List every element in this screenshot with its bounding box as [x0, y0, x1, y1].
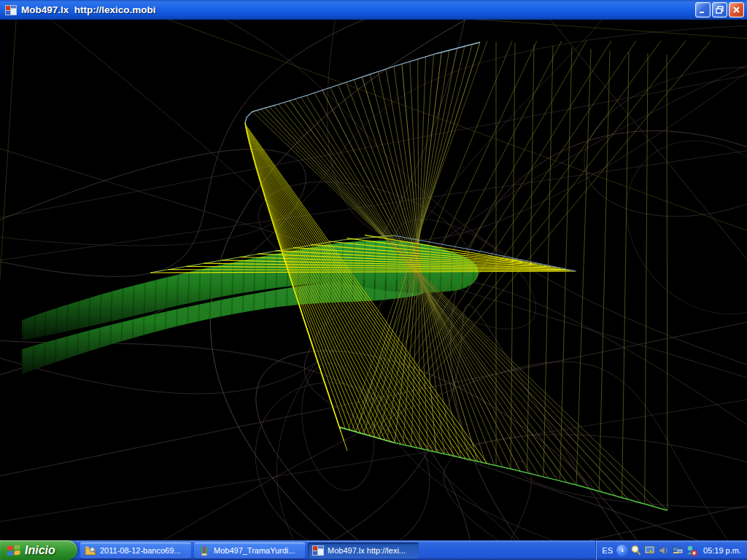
- system-tray: ES ‹: [595, 540, 747, 560]
- app-window-icon: [312, 545, 324, 556]
- close-button[interactable]: [729, 2, 744, 18]
- restore-icon: [716, 6, 724, 14]
- network-computers-icon[interactable]: [672, 545, 684, 556]
- status-error-icon[interactable]: [686, 545, 697, 556]
- window-titlebar: Mob497.lx http://lexico.mobi: [0, 0, 747, 20]
- taskbar-item-label: 2011-08-12-banco69...: [100, 546, 181, 555]
- minimize-icon: [699, 6, 707, 14]
- start-label: Inicio: [25, 544, 55, 557]
- desktop-screen: Mob497.lx http://lexico.mobi: [0, 0, 747, 560]
- restore-button[interactable]: [712, 2, 727, 18]
- language-indicator[interactable]: ES: [602, 546, 613, 555]
- taskbar-item-banco[interactable]: 2011-08-12-banco69...: [80, 542, 191, 559]
- pencil-cup-icon: [198, 545, 210, 556]
- close-icon: [732, 6, 740, 14]
- taskbar-item-trama[interactable]: Mob497_TramaYurdi...: [194, 542, 305, 559]
- taskbar: Inicio 2011-08-12-banco69... Mob497_Tram…: [0, 540, 747, 560]
- speaker-icon[interactable]: [658, 545, 670, 556]
- generative-art: [0, 20, 747, 540]
- folder-search-icon: [85, 545, 96, 556]
- taskbar-item-mob497[interactable]: Mob497.lx http://lexi...: [308, 542, 419, 559]
- app-window-icon: [5, 4, 17, 16]
- taskbar-item-label: Mob497_TramaYurdi...: [214, 546, 295, 555]
- artwork-canvas[interactable]: [0, 20, 747, 540]
- magnifier-icon[interactable]: [630, 545, 642, 556]
- clock[interactable]: 05:19 p.m.: [703, 546, 741, 555]
- windows-logo-icon: [7, 544, 21, 557]
- display-touch-icon[interactable]: [644, 545, 656, 556]
- collapse-tray-icon[interactable]: ‹: [616, 545, 628, 556]
- minimize-button[interactable]: [695, 2, 711, 18]
- start-button[interactable]: Inicio: [0, 540, 77, 560]
- taskbar-item-label: Mob497.lx http://lexi...: [328, 546, 406, 555]
- window-title: Mob497.lx http://lexico.mobi: [21, 4, 694, 15]
